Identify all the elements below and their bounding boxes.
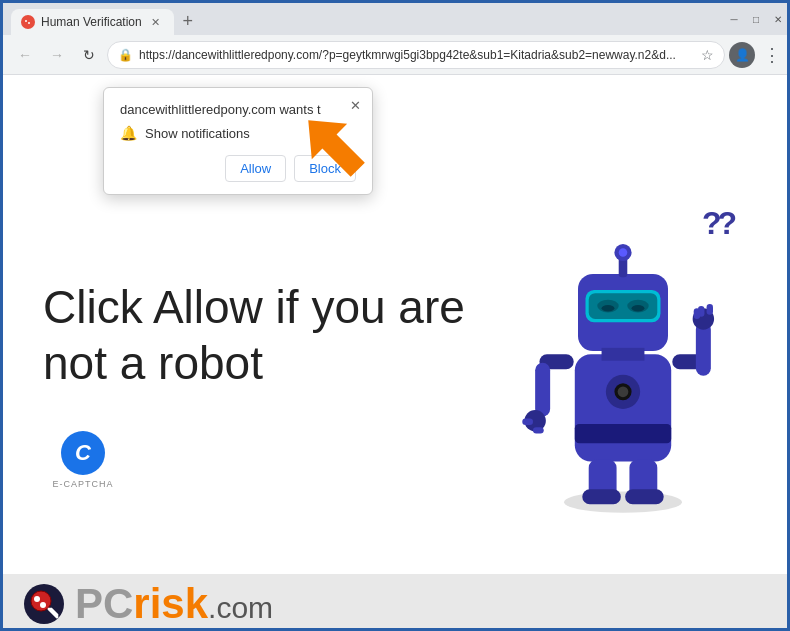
svg-marker-35 <box>293 105 373 185</box>
popup-notification-text: Show notifications <box>145 126 250 141</box>
svg-rect-21 <box>535 362 550 416</box>
svg-point-16 <box>632 305 645 311</box>
url-input[interactable]: 🔒 https://dancewithlittleredpony.com/?p=… <box>107 41 725 69</box>
svg-rect-26 <box>696 322 711 376</box>
pc-text: PC <box>75 583 133 625</box>
forward-button[interactable]: → <box>43 41 71 69</box>
minimize-button[interactable]: ─ <box>727 12 741 26</box>
address-bar: ← → ↻ 🔒 https://dancewithlittleredpony.c… <box>3 35 790 75</box>
svg-rect-34 <box>625 489 664 504</box>
tab-favicon <box>21 15 35 29</box>
left-content: Click Allow if you are not a robot C E-C… <box>43 220 493 488</box>
browser-window: Human Verification ✕ + ─ □ ✕ ← → ↻ 🔒 htt… <box>3 3 790 631</box>
robot-illustration: ?? <box>493 195 753 515</box>
svg-point-3 <box>564 491 682 512</box>
profile-icon: 👤 <box>735 48 750 62</box>
main-heading: Click Allow if you are not a robot <box>43 280 493 390</box>
url-text: https://dancewithlittleredpony.com/?p=ge… <box>139 48 695 62</box>
pcrisk-footer: PC risk .com <box>3 574 790 631</box>
svg-point-8 <box>618 386 629 397</box>
risk-text: risk <box>133 583 208 625</box>
bell-icon: 🔔 <box>120 125 137 141</box>
svg-rect-23 <box>522 418 533 424</box>
lock-icon: 🔒 <box>118 48 133 62</box>
svg-rect-5 <box>575 423 671 442</box>
page-content: Click Allow if you are not a robot C E-C… <box>3 75 790 631</box>
more-menu-button[interactable]: ⋮ <box>759 44 785 66</box>
window-controls: ─ □ ✕ <box>727 12 785 26</box>
svg-rect-24 <box>533 427 544 433</box>
tab-area: Human Verification ✕ + <box>11 3 723 35</box>
bookmark-icon[interactable]: ☆ <box>701 47 714 63</box>
svg-point-39 <box>40 602 46 608</box>
svg-point-38 <box>34 596 40 602</box>
svg-point-0 <box>24 18 32 26</box>
back-button[interactable]: ← <box>11 41 39 69</box>
tab-close-button[interactable]: ✕ <box>148 14 164 30</box>
svg-rect-29 <box>707 303 713 314</box>
svg-rect-30 <box>694 308 700 319</box>
svg-rect-33 <box>582 489 621 504</box>
orange-arrow-indicator <box>293 105 373 185</box>
maximize-button[interactable]: □ <box>749 12 763 26</box>
captcha-letter: C <box>75 440 91 466</box>
title-bar: Human Verification ✕ + ─ □ ✕ <box>3 3 790 35</box>
allow-button[interactable]: Allow <box>225 155 286 182</box>
svg-point-15 <box>602 305 615 311</box>
robot-svg <box>513 215 733 515</box>
captcha-icon: C <box>61 431 105 475</box>
svg-point-2 <box>28 22 30 24</box>
svg-rect-10 <box>602 347 645 360</box>
captcha-logo: C E-CAPTCHA <box>43 431 123 489</box>
pcrisk-logo-icon <box>23 583 65 625</box>
captcha-label: E-CAPTCHA <box>52 479 113 489</box>
profile-button[interactable]: 👤 <box>729 42 755 68</box>
close-button[interactable]: ✕ <box>771 12 785 26</box>
tab-label: Human Verification <box>41 15 142 29</box>
svg-point-19 <box>619 248 628 257</box>
svg-point-1 <box>25 20 27 22</box>
reload-button[interactable]: ↻ <box>75 41 103 69</box>
pcrisk-brand: PC risk .com <box>75 583 273 625</box>
active-tab[interactable]: Human Verification ✕ <box>11 9 174 35</box>
dotcom-text: .com <box>208 593 273 623</box>
new-tab-button[interactable]: + <box>174 7 202 35</box>
question-marks-decoration: ?? <box>702 205 733 242</box>
